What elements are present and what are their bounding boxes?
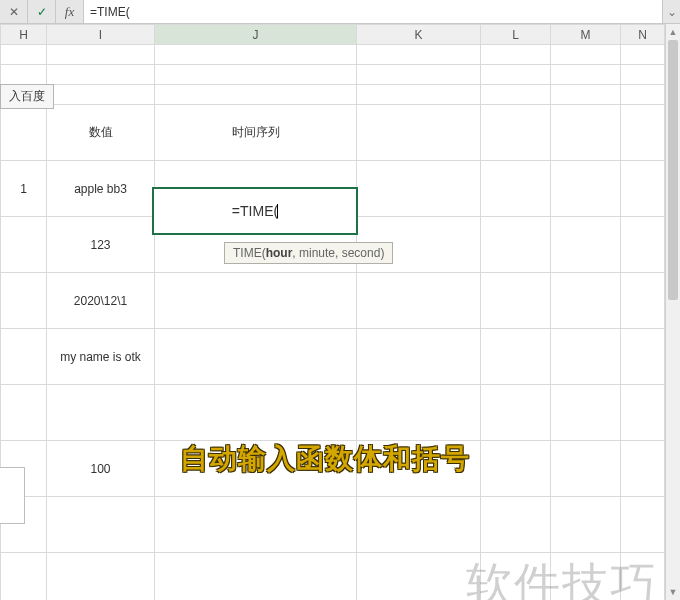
formula-accept-button[interactable]: ✓ [28,0,56,23]
annotation-headline: 自动输入函数体和括号 [180,440,470,478]
scroll-thumb[interactable] [668,40,678,300]
fx-button[interactable]: fx [56,0,84,23]
table-row [1,385,665,441]
table-row: 1 apple bb3 [1,161,665,217]
cell-value[interactable]: my name is otk [47,329,155,385]
baidu-button[interactable]: 入百度 [0,84,54,109]
row-header-box[interactable] [0,467,25,524]
column-header-row: H I J K L M N [1,25,665,45]
col-header-H[interactable]: H [1,25,47,45]
function-tooltip[interactable]: TIME(hour, minute, second) [224,242,393,264]
col-header-M[interactable]: M [551,25,621,45]
col-header-I[interactable]: I [47,25,155,45]
cell-value[interactable]: 100 [47,441,155,497]
table-row: 2020\12\1 [1,273,665,329]
col-header-J[interactable]: J [155,25,357,45]
cell-value[interactable]: 123 [47,217,155,273]
header-time-series: 时间序列 [155,105,357,161]
cell-value[interactable]: apple bb3 [47,161,155,217]
vertical-scrollbar[interactable]: ▲ ▼ [665,24,680,600]
scroll-up-button[interactable]: ▲ [666,24,680,40]
formula-bar: ✕ ✓ fx =TIME( ⌄ [0,0,680,24]
cell-active-origin[interactable] [155,161,357,217]
table-row: my name is otk [1,329,665,385]
formula-expand-button[interactable]: ⌄ [662,0,680,23]
sheet-area: H I J K L M N 数值 时间序列 1 apple bb3 [0,24,680,600]
formula-input[interactable]: =TIME( [84,0,662,23]
grid[interactable]: H I J K L M N 数值 时间序列 1 apple bb3 [0,24,665,600]
col-header-N[interactable]: N [621,25,665,45]
table-row: 数值 时间序列 [1,105,665,161]
formula-cancel-button[interactable]: ✕ [0,0,28,23]
cell-index[interactable]: 1 [1,161,47,217]
header-value: 数值 [47,105,155,161]
col-header-K[interactable]: K [357,25,481,45]
watermark: 软件技巧 [466,554,658,600]
scroll-track[interactable] [666,40,680,584]
cell-value[interactable]: 2020\12\1 [47,273,155,329]
col-header-L[interactable]: L [481,25,551,45]
tooltip-rest: , minute, second) [292,246,384,260]
scroll-down-button[interactable]: ▼ [666,584,680,600]
tooltip-prefix: TIME( [233,246,266,260]
tooltip-current-arg: hour [266,246,293,260]
